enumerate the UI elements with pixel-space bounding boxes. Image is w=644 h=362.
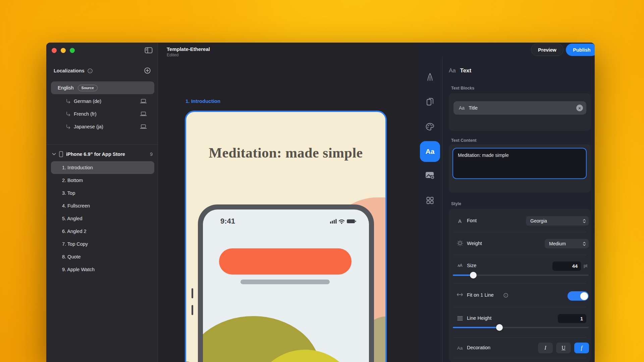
size-icon: ᴀA xyxy=(456,263,464,268)
font-value: Georgia xyxy=(530,218,547,224)
localizations-title: Localizations xyxy=(54,68,85,73)
italic-glyph: I xyxy=(544,345,546,351)
fancy-style-button[interactable]: f xyxy=(574,343,589,353)
fit-info-icon[interactable]: i xyxy=(503,293,508,298)
weight-value: Medium xyxy=(549,241,566,246)
info-icon[interactable]: i xyxy=(88,68,93,73)
close-window-button[interactable] xyxy=(52,48,57,53)
style-label: Style xyxy=(451,201,461,206)
sidebar-toggle-icon[interactable] xyxy=(145,47,153,54)
pages-tool-icon[interactable] xyxy=(425,97,435,107)
line-height-input[interactable]: 1 xyxy=(558,314,586,323)
laptop-icon[interactable] xyxy=(140,124,147,129)
row-divider xyxy=(453,337,586,338)
text-tool-button[interactable]: Aa xyxy=(420,141,440,162)
return-arrow-icon xyxy=(66,112,71,116)
size-value: 44 xyxy=(572,263,578,269)
phone-side-button xyxy=(192,305,193,315)
device-group-label: iPhone 6.9” for App Store xyxy=(66,152,125,157)
rail-divider xyxy=(442,57,442,362)
minimize-window-button[interactable] xyxy=(61,48,66,53)
laptop-icon[interactable] xyxy=(140,99,147,104)
row-divider xyxy=(453,283,586,284)
page-label: 1. Introduction xyxy=(62,165,93,170)
page-count: 9 xyxy=(150,152,153,157)
phone-screen: 9:41 xyxy=(203,209,369,362)
page-row-apple-watch[interactable]: 9. Apple Watch xyxy=(51,263,154,276)
size-label: Size xyxy=(467,263,476,268)
italic-button[interactable]: I xyxy=(538,343,553,353)
page-row-angled[interactable]: 5. Angled xyxy=(51,212,154,225)
page-label: 6. Angled 2 xyxy=(62,229,87,234)
page-label: 4. Fullscreen xyxy=(62,203,90,208)
page-row-fullscreen[interactable]: 4. Fullscreen xyxy=(51,199,154,212)
publish-button[interactable]: Publish xyxy=(566,44,595,56)
text-block-chip-title[interactable]: Aa Title × xyxy=(453,101,586,115)
inspector-header: Aa Text xyxy=(449,67,471,74)
text-tool-label: Aa xyxy=(426,147,435,156)
slide-title-text[interactable]: Meditation: made simple xyxy=(186,145,385,161)
fancy-glyph: f xyxy=(581,345,582,351)
text-content-input[interactable]: Meditation: made simple xyxy=(453,148,586,178)
line-height-value: 1 xyxy=(580,316,583,321)
page-row-top[interactable]: 3. Top xyxy=(51,187,154,199)
device-group-header[interactable]: iPhone 6.9” for App Store 9 xyxy=(52,151,153,157)
status-bar-time: 9:41 xyxy=(220,217,235,226)
font-icon: A xyxy=(456,218,464,224)
illustration-gray-bar xyxy=(240,280,330,284)
document-status: Edited xyxy=(167,53,178,57)
chevron-down-icon[interactable] xyxy=(52,153,56,156)
page-row-angled-2[interactable]: 6. Angled 2 xyxy=(51,225,154,238)
image-add-tool-icon[interactable] xyxy=(425,170,435,180)
text-block-chip-label: Title xyxy=(469,105,478,111)
chevron-updown-icon xyxy=(583,241,586,246)
laptop-icon[interactable] xyxy=(140,112,147,116)
fit-icon xyxy=(456,293,464,297)
phone-mockup: 9:41 xyxy=(198,204,374,362)
remove-text-block-icon[interactable]: × xyxy=(576,105,583,111)
page-label: 8. Quote xyxy=(62,254,81,259)
row-divider xyxy=(453,255,586,255)
page-row-bottom[interactable]: 2. Bottom xyxy=(51,174,154,187)
line-height-slider-thumb[interactable] xyxy=(496,324,503,331)
phone-icon xyxy=(59,151,63,157)
size-slider-track[interactable] xyxy=(453,275,589,276)
language-row-french[interactable]: French (fr) xyxy=(51,108,154,120)
page-label: 5. Angled xyxy=(62,216,82,221)
slide-1-canvas[interactable]: Meditation: made simple 9:41 xyxy=(185,111,387,362)
inspector-title: Text xyxy=(460,67,472,74)
page-row-quote[interactable]: 8. Quote xyxy=(51,250,154,263)
size-input[interactable]: 44 xyxy=(552,261,581,271)
font-label: Font xyxy=(467,218,477,223)
underline-button[interactable]: U xyxy=(556,343,571,353)
fit-on-1-line-toggle[interactable] xyxy=(568,291,589,301)
layout-grid-tool-icon[interactable] xyxy=(425,195,435,205)
app-window: Localizations i English Source German (d… xyxy=(46,43,595,362)
page-row-introduction[interactable]: 1. Introduction xyxy=(51,161,154,174)
return-arrow-icon xyxy=(66,124,71,129)
row-divider xyxy=(453,232,586,232)
pen-tool-icon[interactable] xyxy=(425,72,435,82)
language-row-english[interactable]: English Source xyxy=(51,81,154,94)
add-localization-button[interactable] xyxy=(144,67,151,74)
svg-text:i: i xyxy=(505,294,506,297)
font-select[interactable]: Georgia xyxy=(526,216,589,226)
language-row-german[interactable]: German (de) xyxy=(51,95,154,108)
size-slider-thumb[interactable] xyxy=(470,272,477,279)
line-height-slider-track[interactable] xyxy=(453,327,589,328)
language-row-japanese[interactable]: Japanese (ja) xyxy=(51,120,154,133)
line-height-label: Line Height xyxy=(467,315,491,321)
preview-button[interactable]: Preview xyxy=(531,44,564,56)
fit-on-1-line-label: Fit on 1 Line xyxy=(467,292,494,298)
row-divider xyxy=(453,358,586,358)
slide-1-label[interactable]: 1. Introduction xyxy=(185,98,220,104)
document-title: Template-Ethereal xyxy=(167,46,210,52)
page-label: 7. Top Copy xyxy=(62,241,88,247)
phone-side-button xyxy=(192,288,193,298)
language-label: German (de) xyxy=(74,99,101,104)
illustration-orange-pill xyxy=(219,248,352,275)
page-row-top-copy[interactable]: 7. Top Copy xyxy=(51,238,154,250)
weight-select[interactable]: Medium xyxy=(545,239,589,248)
palette-tool-icon[interactable] xyxy=(425,122,435,132)
zoom-window-button[interactable] xyxy=(70,48,75,53)
